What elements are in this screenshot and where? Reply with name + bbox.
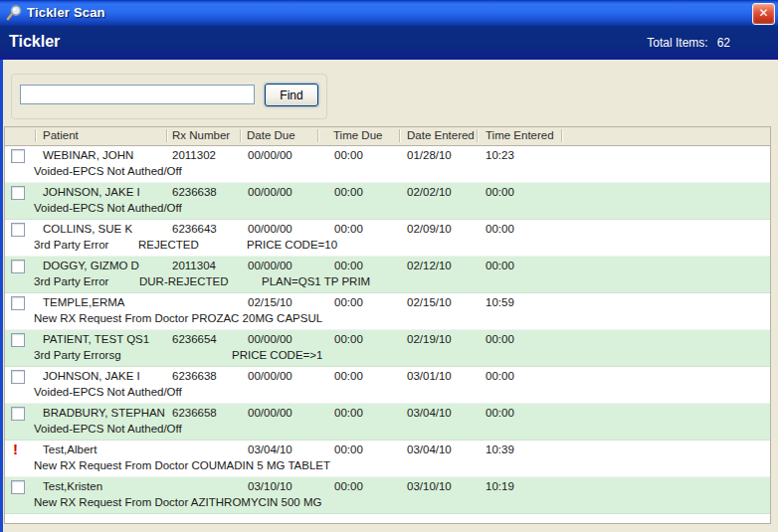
- date-due-cell: 00/00/00: [248, 407, 292, 419]
- row-checkbox[interactable]: [11, 296, 25, 310]
- column-separator: [399, 129, 401, 142]
- rx-number-cell: 6236638: [172, 186, 217, 198]
- row-checkbox[interactable]: [11, 480, 25, 494]
- content-area: Find PatientRx NumberDate DueTime DueDat…: [0, 60, 778, 532]
- close-button[interactable]: ✕: [752, 3, 775, 25]
- time-entered-cell: 00:00: [486, 223, 514, 235]
- row-checkbox[interactable]: [11, 407, 25, 421]
- alert-exclamation-icon: !: [13, 442, 18, 456]
- time-entered-cell: 00:00: [486, 333, 514, 345]
- row-note: Voided-EPCS Not Authed/Off: [5, 201, 770, 219]
- rx-number-cell: 2011302: [172, 149, 216, 161]
- patient-cell: Test,Albert: [43, 443, 97, 455]
- row-note: 3rd Party ErrorsgPRICE CODE=>1: [5, 348, 770, 366]
- patient-cell: Test,Kristen: [43, 480, 102, 492]
- date-due-cell: 03/10/10: [248, 480, 292, 492]
- row-checkbox[interactable]: [11, 149, 25, 163]
- page-title: Tickler: [9, 33, 60, 51]
- date-due-cell: 00/00/00: [248, 223, 292, 235]
- row-checkbox[interactable]: [11, 370, 25, 384]
- date-entered-cell: 03/04/10: [407, 443, 452, 455]
- note-text: New RX Request From Doctor AZITHROMYCIN …: [34, 496, 321, 508]
- time-due-cell: 00:00: [334, 186, 363, 198]
- note-text: 3rd Party Errorsg: [34, 349, 121, 361]
- time-entered-cell: 10:39: [486, 443, 514, 455]
- patient-cell: JOHNSON, JAKE I: [43, 186, 140, 198]
- note-text: New RX Request From Doctor PROZAC 20MG C…: [34, 312, 322, 324]
- time-due-cell: 00:00: [334, 260, 363, 271]
- note-text: Voided-EPCS Not Authed/Off: [34, 202, 182, 214]
- table-row[interactable]: ! JOHNSON, JAKE I 6236638 00/00/00 00:00…: [5, 367, 770, 404]
- date-entered-cell: 02/15/10: [407, 296, 452, 308]
- patient-cell: WEBINAR, JOHN: [43, 149, 133, 161]
- date-entered-cell: 02/19/10: [407, 333, 452, 345]
- table-row[interactable]: ! TEMPLE,ERMA 02/15/10 00:00 02/15/10 10…: [5, 293, 770, 330]
- search-input[interactable]: [20, 85, 255, 104]
- time-entered-cell: 00:00: [486, 260, 514, 271]
- date-entered-cell: 03/01/10: [407, 370, 452, 382]
- date-due-cell: 00/00/00: [248, 370, 292, 382]
- find-button[interactable]: Find: [265, 84, 318, 106]
- patient-cell: PATIENT, TEST QS1: [43, 333, 149, 345]
- rx-number-cell: 6236654: [172, 333, 217, 345]
- table-row[interactable]: ! JOHNSON, JAKE I 6236638 00/00/00 00:00…: [5, 183, 770, 220]
- time-due-cell: 00:00: [334, 443, 363, 455]
- note-text: Voided-EPCS Not Authed/Off: [34, 423, 182, 435]
- row-note: New RX Request From Doctor COUMADIN 5 MG…: [5, 458, 770, 476]
- header-band: Tickler Total Items:62: [0, 26, 778, 60]
- row-note: Voided-EPCS Not Authed/Off: [5, 385, 770, 403]
- column-header-patient[interactable]: Patient: [43, 129, 79, 141]
- table-row[interactable]: ! DOGGY, GIZMO D 2011304 00/00/00 00:00 …: [5, 257, 770, 293]
- patient-cell: JOHNSON, JAKE I: [43, 370, 140, 382]
- table-row[interactable]: ! Test,Albert 03/04/10 00:00 03/04/10 10…: [5, 441, 770, 477]
- row-checkbox[interactable]: [11, 223, 25, 237]
- row-note: Voided-EPCS Not Authed/Off: [5, 422, 770, 440]
- time-due-cell: 00:00: [334, 149, 363, 161]
- note-text: New RX Request From Doctor COUMADIN 5 MG…: [34, 459, 330, 471]
- rx-number-cell: 6236658: [172, 407, 217, 419]
- tickler-table: PatientRx NumberDate DueTime DueDate Ent…: [4, 126, 771, 524]
- row-checkbox[interactable]: [11, 186, 25, 200]
- note-text: 3rd Party Error: [34, 239, 108, 251]
- time-entered-cell: 00:00: [486, 370, 514, 382]
- time-due-cell: 00:00: [334, 480, 363, 492]
- date-due-cell: 03/04/10: [248, 443, 292, 455]
- note-text: PLAN=QS1 TP PRIM: [262, 275, 370, 287]
- date-due-cell: 00/00/00: [248, 260, 292, 271]
- row-note: New RX Request From Doctor AZITHROMYCIN …: [5, 495, 770, 513]
- table-row[interactable]: ! Test,Kristen 03/10/10 00:00 03/10/10 1…: [5, 477, 770, 514]
- window-title: Tickler Scan: [27, 5, 105, 20]
- table-row[interactable]: ! COLLINS, SUE K 6236643 00/00/00 00:00 …: [5, 220, 770, 257]
- time-entered-cell: 10:59: [486, 296, 514, 308]
- column-separator: [166, 129, 168, 142]
- table-row[interactable]: ! PATIENT, TEST QS1 6236654 00/00/00 00:…: [5, 330, 770, 367]
- date-entered-cell: 02/02/10: [407, 186, 452, 198]
- note-text: Voided-EPCS Not Authed/Off: [34, 386, 182, 398]
- column-separator: [477, 129, 479, 142]
- column-header-time-due[interactable]: Time Due: [333, 129, 382, 141]
- close-icon: ✕: [758, 6, 768, 20]
- column-header-time-entered[interactable]: Time Entered: [486, 129, 554, 141]
- column-header-date-due[interactable]: Date Due: [247, 129, 295, 141]
- note-text: REJECTED: [138, 239, 199, 251]
- date-entered-cell: 02/12/10: [407, 260, 452, 271]
- row-checkbox[interactable]: [11, 333, 25, 347]
- time-entered-cell: 00:00: [486, 407, 514, 419]
- date-entered-cell: 01/28/10: [407, 149, 452, 161]
- time-due-cell: 00:00: [334, 370, 363, 382]
- column-header-date-entered[interactable]: Date Entered: [407, 129, 475, 141]
- patient-cell: TEMPLE,ERMA: [43, 296, 124, 308]
- row-checkbox[interactable]: [11, 260, 25, 273]
- table-row[interactable]: ! BRADBURY, STEPHAN 6236658 00/00/00 00:…: [5, 404, 770, 441]
- column-header-rx-number[interactable]: Rx Number: [172, 129, 230, 141]
- title-bar: Tickler Scan ✕: [0, 0, 778, 26]
- rx-number-cell: 6236638: [172, 370, 217, 382]
- rx-number-cell: 2011304: [172, 260, 216, 271]
- table-header: PatientRx NumberDate DueTime DueDate Ent…: [5, 127, 770, 146]
- time-due-cell: 00:00: [334, 407, 363, 419]
- total-items-value: 62: [717, 36, 730, 50]
- table-row[interactable]: ! WEBINAR, JOHN 2011302 00/00/00 00:00 0…: [5, 146, 770, 183]
- table-footer-strip: [5, 514, 770, 522]
- time-due-cell: 00:00: [334, 333, 363, 345]
- row-note: New RX Request From Doctor PROZAC 20MG C…: [5, 311, 770, 329]
